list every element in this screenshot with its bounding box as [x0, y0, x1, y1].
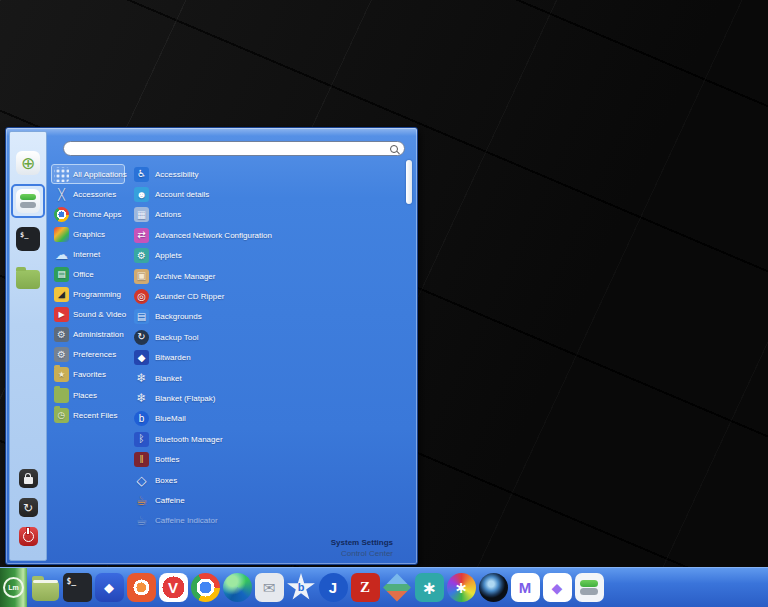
selected-app-subtitle: Control Center: [331, 549, 393, 559]
logout-icon: ↻: [23, 502, 33, 514]
lock-screen-button[interactable]: [19, 469, 38, 488]
category-item[interactable]: ▶ Sound & Video: [51, 305, 125, 325]
app-item[interactable]: ⇄ Advanced Network Configuration: [134, 225, 406, 245]
app-list-scrollbar[interactable]: [406, 160, 412, 204]
app-item[interactable]: ▣ Archive Manager: [134, 266, 406, 286]
dock-bitwarden[interactable]: ◆: [94, 571, 124, 605]
logout-button[interactable]: ↻: [19, 498, 38, 517]
application-list: ♿ Accessibility ☻ Account details ▦ Acti…: [134, 164, 406, 531]
color-shutter-icon: ∗: [447, 573, 476, 602]
shutdown-button[interactable]: [19, 527, 38, 546]
app-label: Bottles: [155, 455, 179, 464]
category-item[interactable]: ◷ Recent Files: [51, 405, 125, 425]
app-item[interactable]: ◆ Bitwarden: [134, 348, 406, 368]
backgrounds-icon: ▤: [134, 309, 149, 324]
menu-search-bar: [63, 141, 405, 156]
bluemail-icon: b: [134, 411, 149, 426]
favorites-sidebar: ⊕ $_ ↻: [9, 131, 47, 561]
category-item[interactable]: All Applications: [51, 164, 125, 184]
dock-zotero[interactable]: Z: [350, 571, 380, 605]
dock-bluemail[interactable]: b: [286, 571, 316, 605]
chrome-apps-icon: [54, 207, 69, 222]
app-item[interactable]: ❄ Blanket (Flatpak): [134, 388, 406, 408]
dock-jdownloader[interactable]: J: [318, 571, 348, 605]
dock-layers[interactable]: [382, 571, 412, 605]
category-list: All Applications ╳ Accessories Chrome Ap…: [51, 164, 125, 425]
dock-edge[interactable]: [222, 571, 252, 605]
app-item[interactable]: ☻ Account details: [134, 184, 406, 204]
teal-pinwheel-icon: ∗: [415, 573, 444, 602]
dock-color-shutter[interactable]: ∗: [446, 571, 476, 605]
app-label: Caffeine: [155, 496, 185, 505]
purple-m-mail-icon: M: [511, 573, 540, 602]
preferences-icon: ⚙: [54, 347, 69, 362]
category-label: Sound & Video: [73, 310, 126, 319]
letter-j-icon: J: [319, 573, 348, 602]
app-item[interactable]: ☕ Caffeine: [134, 490, 406, 510]
dock-camera-lens[interactable]: [478, 571, 508, 605]
app-label: Asunder CD Ripper: [155, 292, 224, 301]
bitwarden-icon: ◆: [134, 350, 149, 365]
app-item[interactable]: ‖ Bottles: [134, 449, 406, 469]
app-item[interactable]: ☕ Caffeine Indicator: [134, 511, 406, 531]
app-item[interactable]: ↻ Backup Tool: [134, 327, 406, 347]
category-item[interactable]: ◢ Programming: [51, 285, 125, 305]
app-label: Blanket (Flatpak): [155, 394, 215, 403]
category-item[interactable]: Chrome Apps: [51, 204, 125, 224]
app-label: Account details: [155, 190, 209, 199]
app-item[interactable]: ▦ Actions: [134, 205, 406, 225]
accessibility-icon: ♿: [134, 167, 149, 182]
dock-orange-refresh-browser[interactable]: [126, 571, 156, 605]
dock-files[interactable]: [30, 571, 60, 605]
dock-terminal[interactable]: $_: [62, 571, 92, 605]
app-label: Backgrounds: [155, 312, 202, 321]
app-item[interactable]: ◇ Boxes: [134, 470, 406, 490]
actions-icon: ▦: [134, 207, 149, 222]
app-item[interactable]: b BlueMail: [134, 409, 406, 429]
dock: $_ ◆ V ✉ b J Z ∗: [27, 571, 604, 605]
dock-mail[interactable]: ✉: [254, 571, 284, 605]
app-label: Boxes: [155, 476, 177, 485]
category-item[interactable]: ⚙ Administration: [51, 325, 125, 345]
app-label: Accessibility: [155, 170, 199, 179]
favorite-terminal[interactable]: $_: [11, 222, 45, 256]
category-item[interactable]: ╳ Accessories: [51, 184, 125, 204]
accessories-icon: ╳: [54, 187, 69, 202]
dock-chrome[interactable]: [190, 571, 220, 605]
app-label: Actions: [155, 210, 181, 219]
category-item[interactable]: Places: [51, 385, 125, 405]
app-item[interactable]: ⚙ Applets: [134, 246, 406, 266]
web-browser-icon: ⊕: [16, 151, 40, 175]
dock-vivaldi[interactable]: V: [158, 571, 188, 605]
dock-purple-mail[interactable]: M: [510, 571, 540, 605]
bluemail-star-icon: b: [287, 573, 316, 602]
app-item[interactable]: ❄ Blanket: [134, 368, 406, 388]
lock-icon: [24, 477, 33, 484]
bluetooth-manager-icon: ᛒ: [134, 432, 149, 447]
app-item[interactable]: ◎ Asunder CD Ripper: [134, 286, 406, 306]
applications-menu-window: ⊕ $_ ↻: [5, 127, 418, 565]
search-icon: [390, 145, 398, 153]
favorite-system-settings[interactable]: [11, 184, 45, 218]
internet-icon: ☁: [54, 247, 69, 262]
app-item[interactable]: ᛒ Bluetooth Manager: [134, 429, 406, 449]
bitwarden-shield-icon: ◆: [95, 573, 124, 602]
app-item[interactable]: ▤ Backgrounds: [134, 307, 406, 327]
category-item[interactable]: ▤ Office: [51, 264, 125, 284]
dock-settings-toggles[interactable]: [574, 571, 604, 605]
menu-search-input[interactable]: [70, 143, 390, 154]
advanced-network-configuration-icon: ⇄: [134, 228, 149, 243]
category-item[interactable]: ☁ Internet: [51, 244, 125, 264]
category-item[interactable]: ⚙ Preferences: [51, 345, 125, 365]
envelope-icon: ✉: [255, 573, 284, 602]
app-item[interactable]: ♿ Accessibility: [134, 164, 406, 184]
favorite-files[interactable]: [11, 260, 45, 294]
dock-purple-gem[interactable]: ◆: [542, 571, 572, 605]
favorite-web-browser[interactable]: ⊕: [11, 146, 45, 180]
category-label: All Applications: [73, 170, 127, 179]
menu-launcher-button[interactable]: Lm: [0, 568, 27, 607]
category-item[interactable]: Graphics: [51, 224, 125, 244]
dock-teal-pinwheel[interactable]: ∗: [414, 571, 444, 605]
applets-icon: ⚙: [134, 248, 149, 263]
category-item[interactable]: ★ Favorites: [51, 365, 125, 385]
